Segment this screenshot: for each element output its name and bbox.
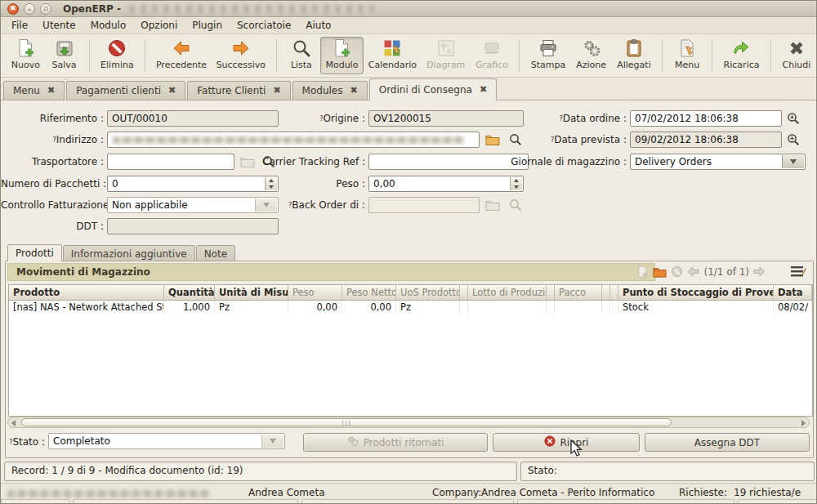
menu-aiuto[interactable]: Aiuto xyxy=(298,18,338,33)
controllo-fatturazione-label: Controllo Fatturazione : xyxy=(1,197,104,213)
printer-icon xyxy=(538,38,558,58)
menu-modulo[interactable]: Modulo xyxy=(83,18,134,33)
tab-modules[interactable]: Modules✖ xyxy=(292,81,368,100)
footer-row: ?Stato : Completato Prodotti ritornati R… xyxy=(7,433,810,453)
pager-position: (1/1 of 1) xyxy=(703,266,749,278)
tab-pagamenti-clienti[interactable]: Pagamenti clienti✖ xyxy=(66,81,185,100)
menu-view-button[interactable]: Menu xyxy=(668,37,706,74)
assegna-ddt-button[interactable]: Assegna DDT xyxy=(645,433,810,452)
previous-button[interactable]: Precedente xyxy=(151,37,212,74)
close-tab-icon[interactable]: ✖ xyxy=(273,85,280,96)
scroll-left-icon[interactable] xyxy=(11,420,16,426)
menu-scorciatoie[interactable]: Scorciatoie xyxy=(230,18,298,33)
date-picker-zoom-icon[interactable] xyxy=(785,132,801,147)
new-button[interactable]: Nuovo xyxy=(6,37,46,74)
col-peso-netto[interactable]: Peso Netto xyxy=(342,285,396,300)
prodotti-panel: Movimenti di Magazzino (1/1 of 1) Prodot… xyxy=(5,261,814,458)
tabbar: Menu✖ Pagamenti clienti✖ Fatture Clienti… xyxy=(1,78,816,100)
horizontal-scrollbar[interactable] xyxy=(7,417,810,428)
window-minimize-icon[interactable]: ⌄ xyxy=(24,3,35,15)
reload-arrow-icon xyxy=(731,38,751,58)
window-close-icon[interactable]: ✖ xyxy=(7,3,19,15)
stato-label: ?Stato : xyxy=(7,434,45,450)
tab-informazioni-aggiuntive[interactable]: Informazioni aggiuntive xyxy=(63,245,195,261)
giornale-label: Giornale di magazzino : xyxy=(507,154,627,170)
col-punto-di-stoccaggio[interactable]: Punto di Stoccaggio di Provenienza xyxy=(618,285,774,300)
spinner-arrows[interactable] xyxy=(510,177,522,190)
col-pacco[interactable]: Pacco xyxy=(555,285,602,300)
list-view-button[interactable]: Lista xyxy=(283,37,320,74)
scroll-right-icon[interactable] xyxy=(801,420,806,426)
pager-next-icon-disabled xyxy=(753,266,766,277)
ddt-label: DDT : xyxy=(1,218,104,234)
carrier-tracking-field[interactable] xyxy=(368,154,529,170)
tab-prodotti[interactable]: Prodotti xyxy=(7,244,62,261)
list-title: Movimenti di Magazzino xyxy=(7,263,655,281)
attachments-button[interactable]: Allegati xyxy=(612,37,656,74)
reload-button[interactable]: Ricarica xyxy=(718,37,765,74)
chevron-down-icon[interactable] xyxy=(782,155,804,168)
open-row-folder-icon[interactable] xyxy=(653,266,667,278)
tab-menu[interactable]: Menu✖ xyxy=(3,81,65,100)
riferimento-label: Riferimento : xyxy=(1,110,104,127)
requests-count: 19 richiesta/e xyxy=(734,487,801,498)
col-quantita[interactable]: Quantità xyxy=(164,285,215,300)
notebook: Prodotti Informazioni aggiuntive Note Mo… xyxy=(1,244,817,458)
menu-file[interactable]: File xyxy=(4,18,35,33)
delete-button[interactable]: Elimina xyxy=(96,37,140,74)
tab-ordini-di-consegna[interactable]: Ordini di Consegna✖ xyxy=(369,78,497,100)
statusbar-segment xyxy=(73,499,298,504)
print-button[interactable]: Stampa xyxy=(525,37,570,74)
indirizzo-field[interactable] xyxy=(107,132,480,148)
no-entry-icon xyxy=(107,38,127,58)
arrow-right-icon xyxy=(231,38,251,58)
col-unita-di-misura[interactable]: Unità di Misura xyxy=(215,285,288,300)
back-order-field xyxy=(368,197,480,213)
col-peso[interactable]: Peso xyxy=(288,285,342,300)
menu-opzioni[interactable]: Opzioni xyxy=(133,18,185,33)
close-tab-icon[interactable]: ✖ xyxy=(480,84,487,95)
trasportatore-field[interactable] xyxy=(107,154,234,170)
col-lotto-di-produzione[interactable]: Lotto di Produzione xyxy=(468,285,547,300)
table-header: Prodotto Quantità Unità di Misura Peso P… xyxy=(8,284,813,301)
window-maximize-icon[interactable]: ▫ xyxy=(40,3,51,15)
close-tab-icon[interactable]: ✖ xyxy=(168,85,176,96)
clipboard-icon xyxy=(624,38,644,58)
close-tab-icon[interactable]: ✖ xyxy=(47,85,55,96)
next-button[interactable]: Successivo xyxy=(212,37,270,74)
col-spacer xyxy=(460,285,468,300)
close-tab-icon[interactable]: ✖ xyxy=(350,85,357,96)
col-prodotto[interactable]: Prodotto xyxy=(9,285,164,300)
gears-icon xyxy=(347,435,359,449)
riapri-button[interactable]: Riapri xyxy=(493,433,640,452)
open-record-folder-icon[interactable] xyxy=(484,132,501,147)
table-row[interactable]: [nas] NAS - Network Attached Storage 1,0… xyxy=(8,301,813,314)
pager-prev-icon-disabled xyxy=(687,266,699,277)
form-view-button[interactable]: Modulo xyxy=(320,37,364,74)
tab-note[interactable]: Note xyxy=(196,245,235,261)
list-pager: (1/1 of 1) xyxy=(636,265,766,278)
giornale-combo[interactable]: Delivery Orders xyxy=(630,154,806,170)
bottom-statusbar: Andrea Cometa Company: Andrea Cometa - P… xyxy=(1,483,817,504)
action-button[interactable]: Azione xyxy=(571,37,612,74)
tab-fatture-clienti[interactable]: Fatture Clienti✖ xyxy=(187,81,290,100)
calendar-view-button[interactable]: Calendario xyxy=(364,37,422,74)
window-title: OpenERP - xyxy=(63,3,121,15)
date-picker-zoom-icon[interactable] xyxy=(785,111,801,126)
carrier-tracking-label: Carrier Tracking Ref : xyxy=(246,154,365,170)
save-icon xyxy=(55,38,74,58)
col-data[interactable]: Data xyxy=(774,285,812,300)
data-ordine-field[interactable]: 07/02/2012 18:06:38 xyxy=(630,110,782,127)
peso-spinner[interactable]: 0,00 xyxy=(368,176,524,192)
prodotti-ritornati-button: Prodotti ritornati xyxy=(303,433,488,452)
col-uos-prodotto[interactable]: UoS Prodotto xyxy=(396,285,460,300)
close-button[interactable]: Chiudi xyxy=(777,37,816,74)
save-button[interactable]: Salva xyxy=(46,37,83,74)
switch-view-icon[interactable] xyxy=(790,265,806,281)
numero-pacchetti-label: Numero di Pacchetti : xyxy=(1,176,104,192)
menu-utente[interactable]: Utente xyxy=(35,18,83,33)
scrollbar-thumb[interactable] xyxy=(21,418,672,426)
form-area: Riferimento : OUT/00010 ?Origine : OV120… xyxy=(1,100,817,244)
menu-plugin[interactable]: Plugin xyxy=(185,18,230,33)
origine-field: OV1200015 xyxy=(368,110,524,127)
